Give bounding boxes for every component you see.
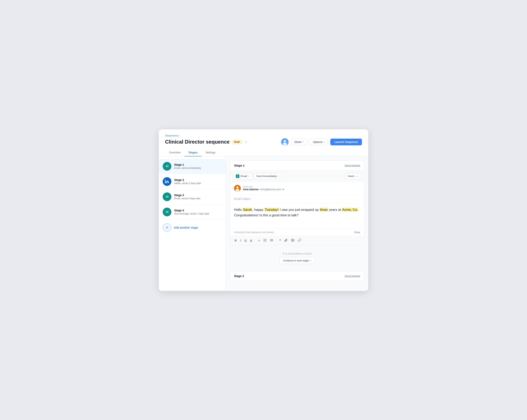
sidebar-stage-2[interactable]: Stage 2 InMail, sends 3 days later [159, 174, 226, 189]
breadcrumb: Sequences / [165, 134, 362, 137]
tab-overview[interactable]: Overview [165, 149, 185, 156]
title-row: Clinical Director sequence Draft ☆ Share… [165, 138, 362, 146]
svg-point-2 [283, 143, 287, 146]
options-button[interactable]: Options ▾ [309, 139, 328, 145]
stage-2-preview-title: Stage 2 [234, 275, 244, 278]
stage-1-text: Stage 1 Email, sends immediatley [174, 163, 201, 169]
format-toolbar: B I U A ≡ 1. 2. 3. [230, 236, 364, 245]
format-color-button[interactable]: A [249, 238, 253, 243]
add-stage-button[interactable]: + Add another stage [159, 220, 226, 235]
sidebar: ✉ Stage 1 Email, sends immediatley Stage… [159, 156, 226, 291]
stage-1-name: Stage 1 [174, 163, 201, 166]
star-icon[interactable]: ☆ [244, 140, 247, 144]
sender-info: Send from Irina Satcher <irina@acme.com>… [243, 186, 284, 191]
svg-rect-7 [264, 240, 266, 241]
sender-email: <irina@acme.com> [260, 188, 282, 191]
options-chevron-icon: ▾ [324, 141, 325, 143]
stage-3-icon: ✉ [163, 192, 171, 201]
email-type-dropdown[interactable]: ✉ Email ▾ [233, 173, 252, 179]
sidebar-stage-3[interactable]: ✉ Stage 3 Email, sends 5 days later [159, 189, 226, 204]
insert-button[interactable]: Insert... ▾ [345, 173, 361, 179]
email-type-icon: ✉ [236, 174, 239, 178]
format-quote-button[interactable]: ❝ [278, 238, 282, 243]
breadcrumb-link[interactable]: Sequences [165, 134, 178, 137]
format-ordered-list-button[interactable]: 1. 2. 3. [262, 238, 268, 243]
sidebar-stage-1[interactable]: ✉ Stage 1 Email, sends immediatley [159, 159, 226, 174]
stage-3-text: Stage 3 Email, sends 5 days later [174, 194, 201, 200]
tabs: Overview Stages Settings [165, 149, 362, 156]
avatar [281, 138, 289, 146]
svg-rect-13 [271, 239, 273, 240]
title-left: Clinical Director sequence Draft ☆ [165, 139, 247, 145]
stage-4-desc: Text message, sends 7 days later [174, 212, 209, 215]
svg-rect-6 [264, 239, 266, 240]
signature-bar: Including Gmail signature (not shown) Sh… [230, 229, 364, 236]
body-layout: ✉ Stage 1 Email, sends immediatley Stage… [159, 156, 368, 291]
svg-point-4 [236, 186, 239, 188]
stage-2-preview: Stage 2 Send preview [230, 271, 364, 281]
no-email-label: If no email address is found [234, 252, 360, 255]
stage-1-panel: Stage 1 Send preview ✉ Email ▾ Send imme… [230, 160, 364, 245]
format-italic-button[interactable]: I [239, 238, 242, 243]
format-attachment-button[interactable] [283, 238, 289, 243]
share-chevron-icon: ▾ [303, 141, 304, 143]
page-title: Clinical Director sequence [165, 139, 230, 145]
format-image-button[interactable] [290, 238, 296, 243]
add-stage-label: Add another stage [174, 226, 198, 229]
header-actions: Share ▾ Options ▾ Launch Sequence [281, 138, 362, 146]
main-card: Sequences / Clinical Director sequence D… [159, 129, 368, 291]
tab-settings[interactable]: Settings [201, 149, 220, 156]
stage-panel-title: Stage 1 [234, 164, 244, 167]
subject-placeholder: Email subject [234, 197, 251, 200]
stage-2-desc: InMail, sends 3 days later [174, 182, 201, 185]
no-email-section: If no email address is found Continue to… [230, 249, 364, 267]
header: Sequences / Clinical Director sequence D… [159, 129, 368, 156]
sender-chevron-icon[interactable]: ▾ [283, 188, 284, 191]
launch-sequence-button[interactable]: Launch Sequence [330, 139, 362, 145]
send-timing-dropdown[interactable]: Send immediately ▾ [254, 173, 282, 179]
breadcrumb-separator: / [179, 134, 179, 137]
stage-2-send-preview-link[interactable]: Send preview [345, 275, 360, 277]
stage-4-icon: ✉ [163, 208, 171, 216]
highlight-acme: Acme, Co. [342, 208, 358, 211]
sidebar-stage-4[interactable]: ✉ Stage 4 Text message, sends 7 days lat… [159, 204, 226, 220]
highlight-three: three [320, 208, 328, 211]
email-body-text: Hello Sarah, happy Tuesday! I saw you ju… [234, 207, 360, 218]
signature-label: Including Gmail signature (not shown) [234, 231, 274, 234]
stage-2-name: Stage 2 [174, 178, 201, 182]
stage-2-icon [163, 177, 171, 186]
stage-3-name: Stage 3 [174, 194, 201, 197]
format-align-button[interactable]: ≡ [257, 238, 261, 243]
format-underline-button[interactable]: U [243, 238, 248, 243]
email-type-chevron-icon: ▾ [248, 175, 249, 177]
send-preview-link[interactable]: Send preview [345, 164, 360, 167]
svg-point-12 [270, 239, 271, 240]
svg-text:3.: 3. [263, 241, 264, 242]
format-divider-1 [255, 239, 255, 242]
svg-rect-15 [271, 240, 273, 241]
svg-point-16 [270, 241, 271, 241]
share-button[interactable]: Share ▾ [291, 139, 307, 145]
show-signature-link[interactable]: Show [354, 231, 360, 234]
stage-2-text: Stage 2 InMail, sends 3 days later [174, 178, 201, 185]
add-stage-icon: + [163, 223, 171, 232]
insert-chevron-icon: ▾ [357, 175, 358, 177]
tab-stages[interactable]: Stages [185, 149, 201, 156]
format-link-button[interactable] [296, 238, 302, 243]
subject-row[interactable]: Email subject [230, 195, 364, 203]
svg-point-5 [235, 189, 239, 192]
highlight-sarah: Sarah [242, 208, 252, 211]
svg-point-1 [284, 140, 286, 142]
format-bold-button[interactable]: B [233, 238, 238, 243]
main-content: Stage 1 Send preview ✉ Email ▾ Send imme… [226, 156, 368, 291]
email-body[interactable]: Hello Sarah, happy Tuesday! I saw you ju… [230, 203, 364, 227]
stage-4-name: Stage 4 [174, 209, 209, 212]
draft-badge: Draft [232, 140, 242, 144]
sender-row: Send from Irina Satcher <irina@acme.com>… [230, 182, 364, 195]
sender-avatar [234, 185, 241, 192]
format-unordered-list-button[interactable] [269, 238, 274, 243]
continue-next-stage-button[interactable]: Continue to next stage ▾ [279, 257, 315, 264]
svg-point-14 [270, 240, 271, 241]
toolbar-left: ✉ Email ▾ Send immediately ▾ [233, 173, 282, 179]
continue-chevron-icon: ▾ [310, 259, 311, 262]
